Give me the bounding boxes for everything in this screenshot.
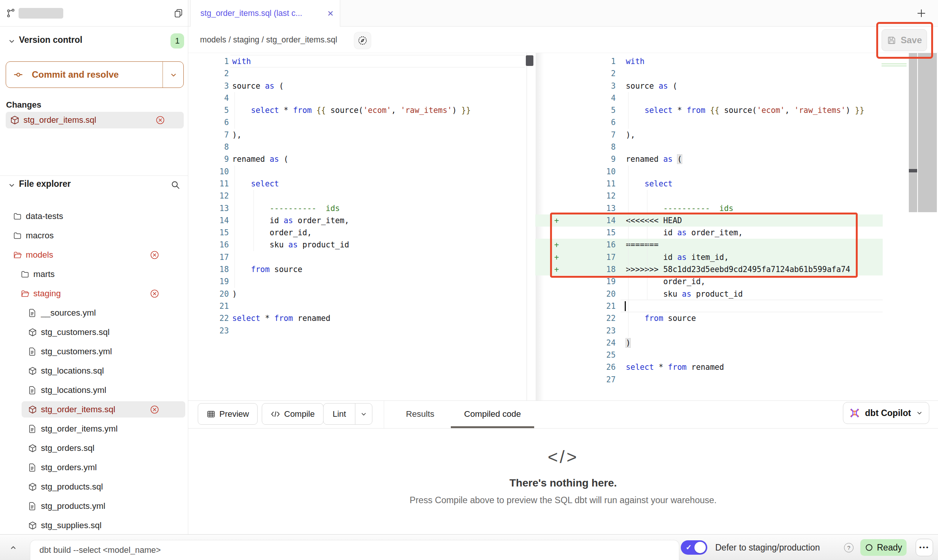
code-line-27[interactable]: 27 <box>535 374 883 386</box>
editor-pane-left[interactable]: 1with23source as (45 select * from {{ so… <box>188 55 527 337</box>
more-options-button[interactable]: ••• <box>916 539 933 556</box>
code-line-19[interactable]: 19 <box>188 275 527 288</box>
file-item-stg_order_items.yml[interactable]: stg_order_items.yml <box>0 419 188 438</box>
tab-close-icon[interactable]: ✕ <box>327 9 334 17</box>
file-item-stg_supplies.sql[interactable]: stg_supplies.sql <box>0 516 188 535</box>
code-line-17[interactable]: 17 <box>188 251 527 263</box>
lineage-compass-button[interactable] <box>354 32 371 49</box>
code-line-18[interactable]: +18>>>>>>> 58c1dd23d5eebd9cd2495fa7124ab… <box>535 263 883 275</box>
code-line-19[interactable]: 19 order_id, <box>535 275 883 288</box>
left-pane-scrollbar-thumb[interactable] <box>526 55 533 66</box>
tab-stg-order-items[interactable]: stg_order_items.sql (last c... ✕ <box>190 0 340 27</box>
code-line-11[interactable]: 11 select <box>535 178 883 190</box>
code-line-2[interactable]: 2 <box>535 67 883 80</box>
file-item-staging[interactable]: staging <box>0 284 188 303</box>
file-item-stg_locations.yml[interactable]: stg_locations.yml <box>0 380 188 400</box>
copy-files-icon[interactable] <box>173 8 184 19</box>
file-item-stg_products.sql[interactable]: stg_products.sql <box>0 477 188 496</box>
code-line-12[interactable]: 12 <box>535 190 883 202</box>
code-line-22[interactable]: 22select * from renamed <box>188 312 527 324</box>
code-line-5[interactable]: 5 select * from {{ source('ecom', 'raw_i… <box>188 104 527 116</box>
code-line-18[interactable]: 18 from source <box>188 263 527 275</box>
code-line-8[interactable]: 8 <box>188 141 527 153</box>
chevron-down-icon[interactable] <box>8 37 16 45</box>
code-line-25[interactable]: 25 <box>535 349 883 361</box>
commit-and-resolve-button[interactable]: Commit and resolve <box>6 61 184 88</box>
code-line-15[interactable]: 15 id as order_item, <box>535 227 883 239</box>
code-line-9[interactable]: 9renamed as ( <box>535 153 883 165</box>
code-line-24[interactable]: 24) <box>535 337 883 349</box>
file-item-stg_customers.yml[interactable]: stg_customers.yml <box>0 342 188 361</box>
code-line-14[interactable]: +14<<<<<<< HEAD <box>535 214 883 227</box>
file-explorer-title[interactable]: File explorer <box>19 179 71 189</box>
code-line-4[interactable]: 4 <box>535 92 883 104</box>
editor-pane-right[interactable]: 1with23source as (45 select * from {{ so… <box>535 55 883 386</box>
file-item-data-tests[interactable]: data-tests <box>0 206 188 226</box>
code-line-10[interactable]: 10 <box>188 166 527 178</box>
code-line-10[interactable]: 10 <box>535 166 883 178</box>
code-line-12[interactable]: 12 <box>188 190 527 202</box>
lint-button-label[interactable]: Lint <box>324 404 355 424</box>
code-line-7[interactable]: 7), <box>535 129 883 141</box>
code-line-3[interactable]: 3source as ( <box>535 80 883 92</box>
dbt-copilot-button[interactable]: dbt Copilot <box>843 402 929 424</box>
code-line-6[interactable]: 6 <box>535 116 883 128</box>
changed-file-row[interactable]: stg_order_items.sql <box>6 112 184 128</box>
file-item-stg_orders.yml[interactable]: stg_orders.yml <box>0 458 188 477</box>
file-item-macros[interactable]: macros <box>0 226 188 245</box>
code-line-4[interactable]: 4 <box>188 92 527 104</box>
chevron-down-icon[interactable] <box>8 181 16 189</box>
file-item-stg_products.yml[interactable]: stg_products.yml <box>0 496 188 516</box>
code-line-13[interactable]: 13 ---------- ids <box>535 202 883 214</box>
help-icon[interactable]: ? <box>844 543 854 552</box>
commit-dropdown-chevron-icon[interactable] <box>169 71 178 79</box>
window-scrollbar-track[interactable] <box>918 53 937 212</box>
code-line-15[interactable]: 15 order_id, <box>188 227 527 239</box>
code-line-6[interactable]: 6 <box>188 116 527 128</box>
search-icon[interactable] <box>170 180 181 190</box>
code-line-16[interactable]: 16 sku as product_id <box>188 239 527 251</box>
code-line-17[interactable]: +17 id as item_id, <box>535 251 883 263</box>
code-line-11[interactable]: 11 select <box>188 178 527 190</box>
discard-change-icon[interactable] <box>155 115 165 125</box>
code-line-7[interactable]: 7), <box>188 129 527 141</box>
code-line-5[interactable]: 5 select * from {{ source('ecom', 'raw_i… <box>535 104 883 116</box>
version-control-title[interactable]: Version control <box>19 35 82 45</box>
code-line-20[interactable]: 20) <box>188 288 527 300</box>
preview-button[interactable]: Preview <box>198 403 258 425</box>
file-item-stg_order_items.sql[interactable]: stg_order_items.sql <box>0 400 188 419</box>
defer-toggle[interactable]: ✓ <box>681 540 707 555</box>
command-input[interactable]: dbt build --select <model_name> <box>30 540 679 560</box>
file-item-stg_locations.sql[interactable]: stg_locations.sql <box>0 361 188 380</box>
lint-dropdown-chevron-icon[interactable] <box>355 404 372 424</box>
code-editor[interactable]: 1with23source as (45 select * from {{ so… <box>188 53 938 400</box>
code-line-1[interactable]: 1with <box>535 55 883 67</box>
code-line-9[interactable]: 9renamed as ( <box>188 153 527 165</box>
code-line-22[interactable]: 22 from source <box>535 312 883 324</box>
discard-change-icon[interactable] <box>150 289 159 299</box>
minimap[interactable] <box>882 54 907 74</box>
code-line-3[interactable]: 3source as ( <box>188 80 527 92</box>
lint-split-button[interactable]: Lint <box>323 403 372 425</box>
compile-button[interactable]: Compile <box>262 403 324 425</box>
file-item-models[interactable]: models <box>0 245 188 264</box>
discard-change-icon[interactable] <box>150 405 159 415</box>
tab-results[interactable]: Results <box>397 401 443 427</box>
code-line-23[interactable]: 23 <box>535 325 883 337</box>
editor-scrollbar-track[interactable] <box>909 53 917 212</box>
file-item-__sources.yml[interactable]: __sources.yml <box>0 303 188 322</box>
code-line-16[interactable]: +16======= <box>535 239 883 251</box>
code-line-2[interactable]: 2 <box>188 67 527 80</box>
file-item-marts[interactable]: marts <box>0 264 188 284</box>
code-line-13[interactable]: 13 ---------- ids <box>188 202 527 214</box>
editor-scrollbar-thumb[interactable] <box>909 169 917 172</box>
code-line-20[interactable]: 20 sku as product_id <box>535 288 883 300</box>
chevron-up-icon[interactable] <box>8 543 18 553</box>
tab-compiled-code[interactable]: Compiled code <box>449 401 536 427</box>
file-item-stg_customers.sql[interactable]: stg_customers.sql <box>0 322 188 342</box>
save-button[interactable]: Save <box>882 29 927 51</box>
discard-change-icon[interactable] <box>150 250 159 260</box>
code-line-21[interactable]: 21 <box>535 300 883 312</box>
code-line-23[interactable]: 23 <box>188 325 527 337</box>
code-line-26[interactable]: 26select * from renamed <box>535 361 883 373</box>
